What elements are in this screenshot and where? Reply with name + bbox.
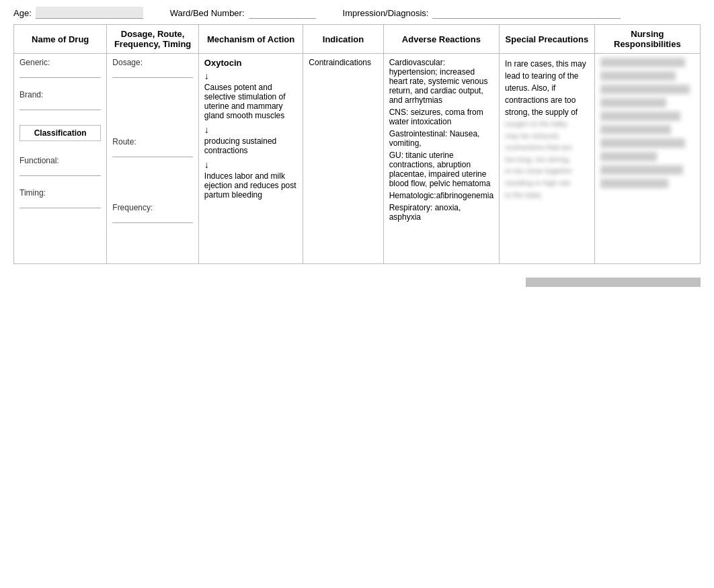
- frequency-input[interactable]: [112, 212, 193, 223]
- route-section: Route:: [112, 137, 193, 157]
- route-input[interactable]: [112, 146, 193, 157]
- adverse-cns: CNS: seizures, coma from water intoxicat…: [389, 108, 493, 126]
- timing-label: Timing:: [19, 188, 101, 198]
- impression-label: Impression/Diagnosis:: [343, 8, 429, 18]
- age-input[interactable]: [36, 7, 143, 19]
- impression-input[interactable]: [432, 7, 621, 19]
- header-nursing: Nursing Responsibilities: [594, 25, 700, 54]
- adverse-hema: Hematologic:afibrinogenemia: [389, 191, 493, 200]
- header-row: Name of Drug Dosage, Route, Frequency, T…: [14, 25, 701, 54]
- signature-bar: [526, 278, 701, 287]
- age-field: Age:: [13, 7, 143, 19]
- adverse-gu: GU: titanic uterine contractions, abrupt…: [389, 151, 493, 188]
- header-name: Name of Drug: [14, 25, 107, 54]
- dosage-input[interactable]: [112, 67, 193, 78]
- nursing-blurred: [600, 58, 695, 259]
- header-indication: Indication: [303, 25, 383, 54]
- timing-section: Timing:: [19, 188, 101, 208]
- moa-arrow3: ↓: [204, 159, 297, 170]
- ward-field: Ward/Bed Number:: [170, 7, 316, 19]
- dosage-label: Dosage:: [112, 58, 193, 67]
- moa-arrow1: ↓: [204, 71, 297, 81]
- precautions-text: In rare cases, this may lead to tearing …: [505, 58, 589, 201]
- dosage-section: Dosage:: [112, 58, 193, 78]
- moa-text2: producing sustained contractions: [204, 136, 297, 155]
- functional-section: Functional:: [19, 156, 101, 176]
- functional-label: Functional:: [19, 156, 101, 165]
- timing-input[interactable]: [19, 198, 101, 208]
- functional-input[interactable]: [19, 165, 101, 176]
- precautions-blurred1: oxygen to the baby may be reduced. contr…: [505, 118, 589, 201]
- brand-section: Brand:: [19, 90, 101, 110]
- generic-input[interactable]: [19, 67, 101, 78]
- adverse-cv: Cardiovascular: hypertension; increased …: [389, 58, 493, 105]
- name-drug-cell: Generic: Brand: Classification: [14, 54, 107, 264]
- brand-label: Brand:: [19, 90, 101, 99]
- moa-arrow2: ↓: [204, 124, 297, 135]
- drug-row: Generic: Brand: Classification: [14, 54, 701, 264]
- drug-name: Oxytocin: [204, 58, 297, 68]
- route-label: Route:: [112, 137, 193, 146]
- frequency-label: Frequency:: [112, 203, 193, 212]
- classification-label: Classification: [34, 128, 87, 138]
- moa-cell: Oxytocin ↓ Causes potent and selective s…: [198, 54, 303, 264]
- ward-label: Ward/Bed Number:: [170, 8, 245, 18]
- ward-input[interactable]: [249, 7, 316, 19]
- header-precautions: Special Precautions: [500, 25, 595, 54]
- frequency-section: Frequency:: [112, 203, 193, 223]
- bottom-bar: [13, 278, 701, 287]
- header-dosage: Dosage, Route, Frequency, Timing: [107, 25, 199, 54]
- generic-label: Generic:: [19, 58, 101, 67]
- age-label: Age:: [13, 8, 32, 18]
- adverse-cell: Cardiovascular: hypertension; increased …: [383, 54, 499, 264]
- indication-text: Contraindications: [309, 58, 377, 67]
- moa-text1: Causes potent and selective stimulation …: [204, 83, 297, 120]
- precautions-text1: In rare cases, this may lead to tearing …: [505, 59, 586, 117]
- dosage-cell: Dosage: Route: Frequency:: [107, 54, 199, 264]
- top-bar: Age: Ward/Bed Number: Impression/Diagnos…: [13, 7, 701, 19]
- nursing-cell: [594, 54, 700, 264]
- adverse-resp: Respiratory: anoxia, asphyxia: [389, 203, 493, 222]
- adverse-gi: Gastrointestinal: Nausea, vomiting,: [389, 129, 493, 148]
- header-adverse: Adverse Reactions: [383, 25, 499, 54]
- classification-section: Classification: [19, 122, 101, 144]
- impression-field: Impression/Diagnosis:: [343, 7, 621, 19]
- indication-cell: Contraindications: [303, 54, 383, 264]
- header-moa: Mechanism of Action: [198, 25, 303, 54]
- drug-table: Name of Drug Dosage, Route, Frequency, T…: [13, 24, 701, 264]
- moa-text3: Induces labor and milk ejection and redu…: [204, 171, 297, 200]
- generic-section: Generic:: [19, 58, 101, 78]
- precautions-cell: In rare cases, this may lead to tearing …: [500, 54, 595, 264]
- brand-input[interactable]: [19, 99, 101, 110]
